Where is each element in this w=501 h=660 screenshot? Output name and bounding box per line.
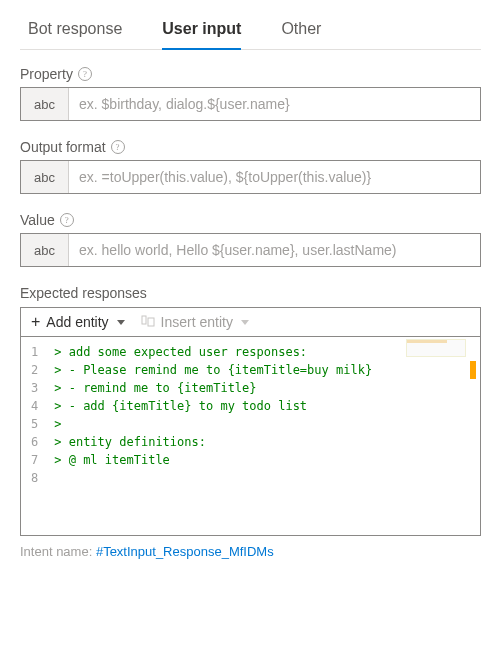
help-icon[interactable]: ? xyxy=(111,140,125,154)
insert-entity-button: Insert entity xyxy=(141,314,249,330)
code-line[interactable] xyxy=(54,469,472,487)
svg-rect-1 xyxy=(148,318,154,326)
line-number: 1 xyxy=(31,343,38,361)
output-format-input[interactable] xyxy=(69,161,480,193)
entity-toolbar: + Add entity Insert entity xyxy=(20,307,481,336)
field-property: Property ? abc xyxy=(20,66,481,121)
code-content[interactable]: > add some expected user responses:> - P… xyxy=(46,337,480,535)
code-editor[interactable]: 12345678 > add some expected user respon… xyxy=(20,336,481,536)
tab-user-input[interactable]: User input xyxy=(162,12,241,50)
chevron-down-icon xyxy=(117,320,125,325)
property-input[interactable] xyxy=(69,88,480,120)
code-line[interactable]: > @ ml itemTitle xyxy=(54,451,472,469)
line-number: 7 xyxy=(31,451,38,469)
line-number: 5 xyxy=(31,415,38,433)
add-entity-label: Add entity xyxy=(46,314,108,330)
property-label: Property xyxy=(20,66,73,82)
minimap[interactable] xyxy=(406,339,466,357)
intent-name-label: Intent name: xyxy=(20,544,92,559)
tab-other[interactable]: Other xyxy=(281,12,321,50)
chevron-down-icon xyxy=(241,320,249,325)
help-icon[interactable]: ? xyxy=(78,67,92,81)
expected-responses-label: Expected responses xyxy=(20,285,481,301)
value-label: Value xyxy=(20,212,55,228)
line-number: 2 xyxy=(31,361,38,379)
line-number: 8 xyxy=(31,469,38,487)
code-line[interactable]: > - add {itemTitle} to my todo list xyxy=(54,397,472,415)
line-numbers: 12345678 xyxy=(21,337,46,535)
code-line[interactable]: > xyxy=(54,415,472,433)
tab-bot-response[interactable]: Bot response xyxy=(28,12,122,50)
line-number: 3 xyxy=(31,379,38,397)
code-line[interactable]: > - remind me to {itemTitle} xyxy=(54,379,472,397)
type-prefix-abc[interactable]: abc xyxy=(21,161,69,193)
help-icon[interactable]: ? xyxy=(60,213,74,227)
insert-entity-icon xyxy=(141,315,155,329)
intent-name-row: Intent name: #TextInput_Response_MfIDMs xyxy=(20,544,481,559)
field-value: Value ? abc xyxy=(20,212,481,267)
value-input[interactable] xyxy=(69,234,480,266)
svg-rect-0 xyxy=(142,316,146,324)
code-line[interactable]: > entity definitions: xyxy=(54,433,472,451)
line-number: 4 xyxy=(31,397,38,415)
field-output-format: Output format ? abc xyxy=(20,139,481,194)
scroll-indicator[interactable] xyxy=(470,361,476,379)
insert-entity-label: Insert entity xyxy=(161,314,233,330)
line-number: 6 xyxy=(31,433,38,451)
code-line[interactable]: > - Please remind me to {itemTitle=buy m… xyxy=(54,361,472,379)
output-format-label: Output format xyxy=(20,139,106,155)
intent-name-link[interactable]: #TextInput_Response_MfIDMs xyxy=(96,544,274,559)
tabs-bar: Bot response User input Other xyxy=(20,12,481,50)
type-prefix-abc[interactable]: abc xyxy=(21,88,69,120)
type-prefix-abc[interactable]: abc xyxy=(21,234,69,266)
plus-icon: + xyxy=(31,314,40,330)
add-entity-button[interactable]: + Add entity xyxy=(31,314,125,330)
